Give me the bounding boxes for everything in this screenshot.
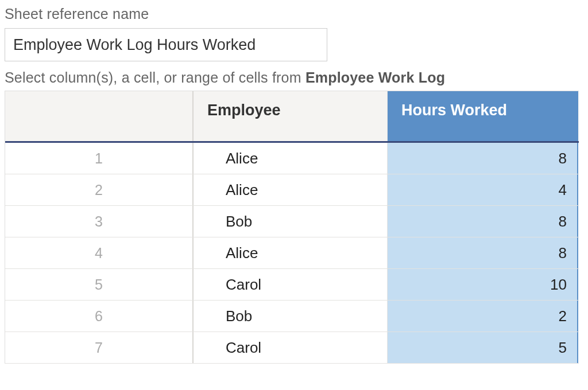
table-row: 7 Carol 5 bbox=[5, 332, 579, 364]
table-row: 1 Alice 8 bbox=[5, 143, 579, 174]
cell-hours-worked[interactable]: 8 bbox=[388, 206, 578, 237]
sheet-reference-name-input[interactable] bbox=[5, 28, 327, 61]
cell-hours-worked[interactable]: 5 bbox=[388, 332, 578, 363]
column-header-employee[interactable]: Employee bbox=[194, 91, 388, 141]
cell-employee[interactable]: Alice bbox=[194, 237, 388, 268]
table-row: 5 Carol 10 bbox=[5, 269, 579, 301]
select-instruction-text: Select column(s), a cell, or range of ce… bbox=[5, 69, 305, 85]
cell-hours-worked[interactable]: 2 bbox=[388, 301, 578, 332]
row-number[interactable]: 3 bbox=[5, 206, 194, 237]
cell-hours-worked[interactable]: 8 bbox=[388, 237, 578, 268]
table-row: 2 Alice 4 bbox=[5, 174, 579, 206]
cell-employee[interactable]: Carol bbox=[194, 332, 388, 363]
row-number[interactable]: 4 bbox=[5, 237, 194, 268]
row-number[interactable]: 7 bbox=[5, 332, 194, 363]
cell-employee[interactable]: Bob bbox=[194, 301, 388, 332]
cell-hours-worked[interactable]: 8 bbox=[388, 143, 578, 174]
row-number[interactable]: 6 bbox=[5, 301, 194, 332]
cell-hours-worked[interactable]: 4 bbox=[388, 174, 578, 205]
row-number[interactable]: 2 bbox=[5, 174, 194, 205]
table-row: 4 Alice 8 bbox=[5, 237, 579, 269]
row-number[interactable]: 5 bbox=[5, 269, 194, 300]
select-instruction-source-name: Employee Work Log bbox=[305, 69, 445, 85]
data-grid[interactable]: Employee Hours Worked 1 Alice 8 2 Alice … bbox=[5, 91, 579, 364]
table-row: 6 Bob 2 bbox=[5, 301, 579, 332]
column-header-rownum[interactable] bbox=[5, 91, 194, 141]
sheet-reference-name-label: Sheet reference name bbox=[5, 6, 583, 22]
cell-employee[interactable]: Carol bbox=[194, 269, 388, 300]
column-header-hours-worked[interactable]: Hours Worked bbox=[388, 91, 578, 141]
select-instruction: Select column(s), a cell, or range of ce… bbox=[5, 69, 583, 86]
row-number[interactable]: 1 bbox=[5, 143, 194, 174]
table-row: 3 Bob 8 bbox=[5, 206, 579, 237]
cell-employee[interactable]: Alice bbox=[194, 174, 388, 205]
cell-hours-worked[interactable]: 10 bbox=[388, 269, 578, 300]
cell-employee[interactable]: Alice bbox=[194, 143, 388, 174]
cell-employee[interactable]: Bob bbox=[194, 206, 388, 237]
grid-header-row: Employee Hours Worked bbox=[5, 91, 579, 143]
